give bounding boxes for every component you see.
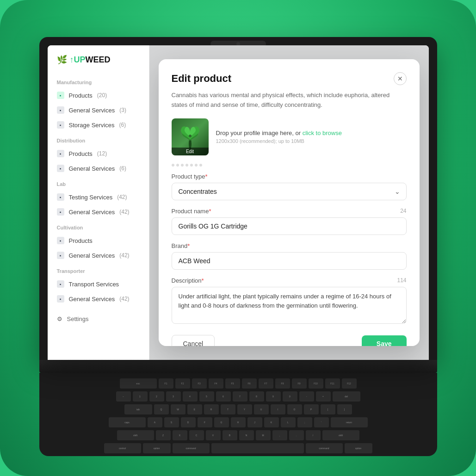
key-g: G: [214, 417, 229, 427]
key-comma: ,: [272, 430, 287, 440]
key-3: 3: [166, 391, 181, 402]
transport-icon: ▪: [57, 280, 64, 288]
key-caps: caps: [109, 417, 146, 427]
key-f5: F5: [225, 378, 240, 389]
product-type-label-row: Product type*: [172, 173, 407, 180]
brand-label: Brand*: [172, 242, 190, 249]
key-slash: /: [306, 430, 321, 440]
key-f3: F3: [192, 378, 207, 389]
sidebar-item-trans-general[interactable]: ▪ General Services (42): [48, 291, 149, 306]
modal-header: Edit product ✕: [172, 72, 407, 85]
save-button[interactable]: Save: [362, 335, 407, 346]
key-equals: =: [316, 391, 331, 402]
sidebar-item-lab-testing[interactable]: ▪ Testing Services (42): [48, 190, 149, 204]
mfg-products-count: (20): [97, 92, 107, 99]
modal-description: Cannabis has various mental and physical…: [172, 91, 407, 110]
key-w: W: [171, 404, 185, 414]
key-f: F: [198, 417, 212, 427]
trans-general-label: General Services: [69, 296, 115, 303]
key-quote: ': [314, 417, 329, 427]
sidebar-item-mfg-products[interactable]: ▪ Products (20): [48, 88, 149, 103]
sidebar-item-trans-transport[interactable]: ▪ Transport Services: [48, 277, 149, 291]
description-textarea[interactable]: Under artificial light, the plant typica…: [172, 287, 407, 324]
key-f4: F4: [209, 378, 223, 389]
key-0: 0: [283, 391, 297, 402]
dist-general-label: General Services: [69, 165, 115, 172]
dot-1: [172, 164, 174, 167]
sidebar-item-dist-general[interactable]: ▪ General Services (6): [48, 161, 149, 176]
product-type-select[interactable]: Concentrates Flower Edibles Topicals Tin…: [172, 183, 407, 200]
key-n: N: [239, 430, 254, 440]
product-image-preview[interactable]: Edit: [172, 118, 209, 155]
lab-general-count: (42): [119, 209, 129, 215]
key-minus: -: [299, 391, 314, 402]
mfg-storage-label: Storage Services: [69, 122, 115, 129]
key-command-r: command: [306, 443, 343, 453]
logo-area: 🌿 ↑UPWEED: [48, 55, 149, 74]
key-8: 8: [249, 391, 264, 402]
sidebar-item-dist-products[interactable]: ▪ Products (12): [48, 146, 149, 161]
key-period: .: [289, 430, 304, 440]
dot-4: [185, 164, 188, 167]
sidebar-item-cult-products[interactable]: ▪ Products: [48, 233, 149, 248]
brand-input[interactable]: [172, 252, 407, 270]
key-f2: F2: [175, 378, 190, 389]
sidebar-settings[interactable]: ⚙ Settings: [48, 311, 149, 327]
modal-footer: Cancel Save: [172, 335, 407, 346]
section-cultivation: Cultivation: [48, 219, 149, 233]
trans-general-count: (42): [119, 296, 129, 302]
key-f9: F9: [292, 378, 307, 389]
product-name-input[interactable]: [172, 217, 407, 235]
product-name-label: Product name*: [172, 208, 211, 215]
cult-general-count: (42): [119, 252, 129, 259]
laptop-base: [39, 360, 437, 373]
product-type-label: Product type*: [172, 173, 208, 180]
key-option-r: option: [345, 443, 372, 453]
key-space: [211, 443, 304, 453]
key-s: S: [164, 417, 179, 427]
products-icon: ▪: [57, 92, 64, 99]
dist-products-count: (12): [97, 150, 107, 157]
key-shift-r: shift: [322, 430, 359, 440]
product-type-required: *: [205, 173, 208, 180]
key-option-l: option: [143, 443, 171, 453]
key-x: X: [173, 430, 187, 440]
sidebar-item-cult-general[interactable]: ▪ General Services (42): [48, 248, 149, 263]
dist-products-label: Products: [69, 150, 93, 157]
key-2: 2: [149, 391, 164, 402]
key-command-l: command: [173, 443, 210, 453]
mfg-storage-count: (6): [119, 122, 126, 128]
description-char-count: 114: [397, 277, 406, 284]
sidebar-item-mfg-storage[interactable]: ▪ Storage Services (6): [48, 117, 149, 132]
lab-general-icon: ▪: [57, 208, 64, 216]
logo-weed: WEED: [86, 55, 111, 64]
key-o: O: [287, 404, 302, 414]
modal-close-button[interactable]: ✕: [394, 72, 407, 85]
logo-icon: 🌿: [57, 55, 67, 65]
key-c: C: [189, 430, 204, 440]
sidebar: 🌿 ↑UPWEED Manufacturing ▪ Products (20): [48, 45, 149, 360]
brand-label-row: Brand*: [172, 242, 407, 249]
dot-7: [199, 164, 202, 167]
cult-products-icon: ▪: [57, 237, 64, 244]
cancel-button[interactable]: Cancel: [172, 335, 215, 346]
key-h: H: [231, 417, 246, 427]
key-rbracket: ]: [337, 404, 352, 414]
upload-browse-link[interactable]: click to browse: [303, 130, 342, 136]
sidebar-item-mfg-general[interactable]: ▪ General Services (3): [48, 103, 149, 117]
key-t: T: [221, 404, 235, 414]
upload-prompt: Drop your profile image here, or: [216, 130, 301, 136]
edit-product-modal: Edit product ✕ Cannabis has various ment…: [159, 59, 420, 346]
scene: 🌿 ↑UPWEED Manufacturing ▪ Products (20): [0, 0, 476, 476]
key-7: 7: [233, 391, 247, 402]
dist-products-icon: ▪: [57, 150, 64, 157]
trans-general-icon: ▪: [57, 295, 64, 303]
key-b: B: [223, 430, 237, 440]
logo-up: ↑UP: [70, 55, 86, 64]
dot-5: [190, 164, 193, 167]
key-lbracket: [: [321, 404, 335, 414]
upload-main-text: Drop your profile image here, or click t…: [216, 130, 407, 136]
sidebar-item-lab-general[interactable]: ▪ General Services (42): [48, 204, 149, 219]
logo-text: ↑UPWEED: [70, 55, 111, 65]
product-name-required: *: [209, 208, 211, 215]
